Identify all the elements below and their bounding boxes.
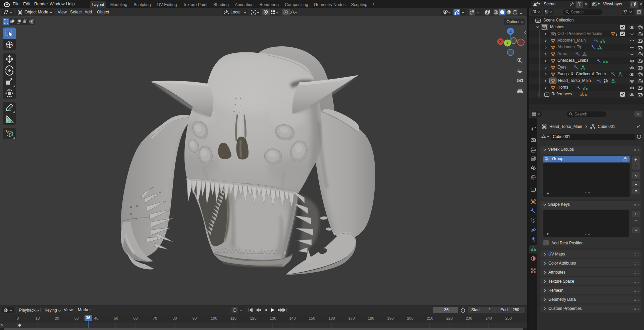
svg-text:Z: Z	[509, 29, 512, 33]
svg-text:Y: Y	[506, 41, 509, 45]
svg-text:X: X	[499, 40, 502, 44]
